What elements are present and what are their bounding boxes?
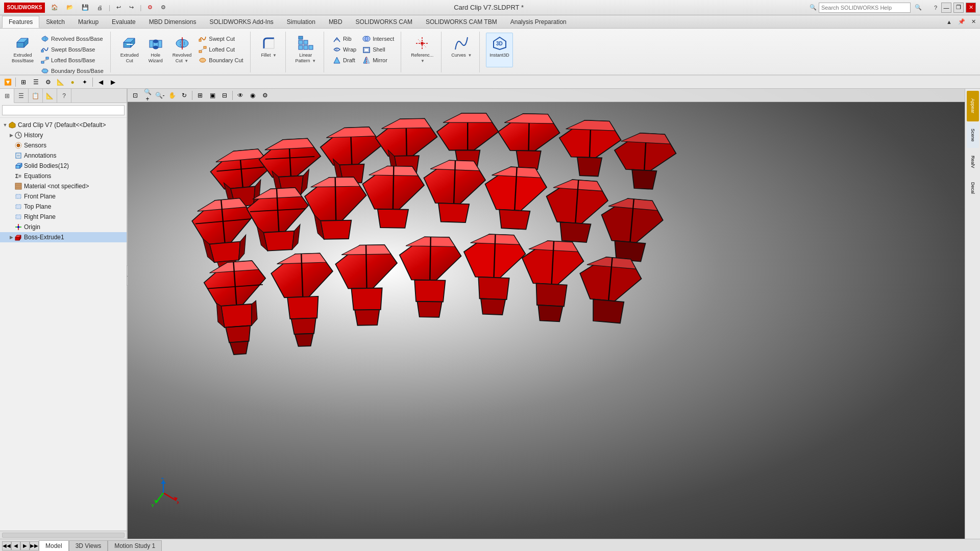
ribbon-close-btn[interactable]: ✕ (969, 17, 978, 26)
hide-show-btn[interactable]: 👁 (235, 90, 246, 101)
lofted-cut-btn[interactable]: Lofted Cut (196, 44, 246, 55)
panel-tab-property[interactable]: ☰ (14, 89, 29, 103)
ribbon-collapse-btn[interactable]: ▲ (944, 18, 954, 26)
display-style-btn[interactable]: ▣ (207, 90, 218, 101)
config-manager-btn[interactable]: ⚙ (42, 77, 54, 88)
tree-item-top-plane[interactable]: ▶ Top Plane (0, 202, 127, 212)
curves-btn[interactable]: Curves ▼ (448, 33, 475, 67)
options-btn[interactable]: ⚙ (159, 3, 168, 12)
panel-tab-feature[interactable]: ⊞ (0, 89, 14, 103)
bottom-tab-3dviews[interactable]: 3D Views (69, 540, 108, 552)
zoom-out-btn[interactable]: 🔍- (154, 90, 165, 101)
swept-cut-btn[interactable]: Swept Cut (196, 34, 246, 44)
restore-btn[interactable]: ❐ (953, 3, 964, 13)
tab-cam-tbm[interactable]: SOLIDWORKS CAM TBM (419, 16, 504, 28)
appearance-right-btn[interactable]: Appear (967, 91, 979, 121)
tab-mbd[interactable]: MBD (322, 16, 349, 28)
tree-root[interactable]: ▼ Card Clip V7 (Default<<Default> (0, 120, 127, 130)
minimize-btn[interactable]: — (941, 3, 951, 13)
tree-root-expand[interactable]: ▼ (2, 122, 8, 128)
rotate-btn[interactable]: ↻ (179, 90, 190, 101)
tab-mbd-dim[interactable]: MBD Dimensions (142, 16, 203, 28)
search-btn[interactable]: 🔍 (913, 3, 924, 12)
tree-item-material[interactable]: ▶ Material <not specified> (0, 181, 127, 191)
revolved-cut-btn[interactable]: RevolvedCut ▼ (169, 33, 195, 67)
linear-pattern-btn[interactable]: LinearPattern ▼ (292, 33, 320, 67)
tab-simulation[interactable]: Simulation (280, 16, 322, 28)
undo-btn[interactable]: ↩ (114, 3, 123, 12)
nav-next-next-btn[interactable]: ▶▶ (30, 541, 39, 550)
appearance-btn[interactable]: ● (67, 77, 78, 88)
dim-expert-btn[interactable]: 📐 (55, 77, 66, 88)
intersect-btn[interactable]: Intersect (360, 34, 397, 44)
extruded-cut-btn[interactable]: ExtrudedCut (117, 33, 142, 67)
tree-item-origin[interactable]: ▶ Origin (0, 222, 127, 232)
mirror-btn[interactable]: Mirror (360, 55, 397, 65)
expand-collapse-btn[interactable]: ◀ (95, 77, 106, 88)
rebuild-btn[interactable]: ⚙ (145, 3, 155, 12)
tree-item-equations[interactable]: ▶ Σ= Equations (0, 171, 127, 181)
revolved-boss-base-btn[interactable]: Revolved Boss/Base (38, 34, 106, 44)
print-btn[interactable]: 🖨 (95, 4, 105, 12)
shell-btn[interactable]: Shell (360, 44, 397, 55)
section-view-btn[interactable]: ⊟ (219, 90, 230, 101)
fillet-btn[interactable]: Fillet ▼ (257, 33, 281, 67)
wrap-btn[interactable]: W Wrap (330, 44, 359, 55)
expand-all-btn[interactable]: ▶ (107, 77, 118, 88)
view-orient-btn[interactable]: ⊞ (194, 90, 206, 101)
reference-btn[interactable]: Referenc...▼ (407, 33, 437, 67)
bottom-tab-motion-study[interactable]: Motion Study 1 (108, 540, 162, 552)
appearances-vp-btn[interactable]: ◉ (247, 90, 258, 101)
filter-btn[interactable]: 🔽 (2, 77, 13, 88)
redo-btn[interactable]: ↪ (127, 3, 136, 12)
new-btn[interactable]: 🏠 (49, 3, 60, 12)
pan-btn[interactable]: ✋ (166, 90, 178, 101)
scene-right-btn[interactable]: Scene (967, 122, 979, 148)
viewport[interactable]: ⊡ 🔍+ 🔍- ✋ ↻ ⊞ ▣ ⊟ 👁 ◉ ⚙ (128, 89, 980, 539)
swept-boss-base-btn[interactable]: Swept Boss/Base (38, 44, 106, 55)
tree-item-front-plane[interactable]: ▶ Front Plane (0, 191, 127, 202)
panel-tab-config[interactable]: 📋 (29, 89, 43, 103)
tab-analysis[interactable]: Analysis Preparation (504, 16, 573, 28)
ribbon-pin-btn[interactable]: 📌 (956, 17, 967, 26)
feature-manager-btn[interactable]: ⊞ (18, 77, 29, 88)
tab-sketch[interactable]: Sketch (39, 16, 71, 28)
instant3d-btn[interactable]: 3D Instant3D (486, 33, 513, 67)
nav-prev-btn[interactable]: ◀ (11, 541, 20, 550)
decals-right-btn[interactable]: Decal (967, 176, 979, 201)
left-scroll-track[interactable] (2, 533, 125, 538)
rib-btn[interactable]: Rib (330, 34, 359, 44)
boundary-boss-base-btn[interactable]: Boundary Boss/Base (38, 66, 106, 76)
property-manager-btn[interactable]: ☰ (30, 77, 41, 88)
hole-wizard-btn[interactable]: HoleWizard (143, 33, 168, 67)
tree-search-input[interactable] (2, 105, 125, 115)
tree-item-annotations[interactable]: ▶ Annotations (0, 151, 127, 161)
zoom-in-btn[interactable]: 🔍+ (142, 90, 153, 101)
tree-item-history[interactable]: ▶ History (0, 130, 127, 140)
panel-tab-display[interactable]: ? (57, 89, 71, 103)
close-btn[interactable]: ✕ (966, 3, 976, 13)
tree-history-expand[interactable]: ▶ (8, 132, 14, 138)
nav-prev-prev-btn[interactable]: ◀◀ (2, 541, 11, 550)
draft-btn[interactable]: Draft (330, 55, 359, 65)
tab-evaluate[interactable]: Evaluate (105, 16, 142, 28)
save-btn[interactable]: 💾 (80, 3, 91, 12)
view-settings-btn[interactable]: ⚙ (259, 90, 271, 101)
lofted-boss-base-btn[interactable]: Lofted Boss/Base (38, 55, 106, 65)
tab-cam[interactable]: SOLIDWORKS CAM (349, 16, 419, 28)
zoom-fit-btn[interactable]: ⊡ (130, 90, 141, 101)
panel-tab-dim[interactable]: 📐 (43, 89, 57, 103)
tab-markup[interactable]: Markup (71, 16, 105, 28)
tab-features[interactable]: Features (2, 16, 39, 28)
boundary-cut-btn[interactable]: Boundary Cut (196, 55, 246, 65)
bottom-tab-model[interactable]: Model (39, 540, 69, 552)
extruded-boss-base-btn[interactable]: ExtrudedBoss/Base (8, 33, 37, 67)
realview-right-btn[interactable]: RealV (967, 149, 979, 174)
tree-boss-extrude1-expand[interactable]: ▶ (8, 234, 14, 240)
tree-item-right-plane[interactable]: ▶ Right Plane (0, 212, 127, 222)
tree-item-solidbodies[interactable]: ▶ Solid Bodies(12) (0, 161, 127, 171)
open-btn[interactable]: 📂 (64, 3, 76, 12)
scene-btn[interactable]: ✦ (79, 77, 90, 88)
tree-item-boss-extrude1[interactable]: ▶ Boss-Extrude1 (0, 232, 127, 242)
tab-addins[interactable]: SOLIDWORKS Add-Ins (203, 16, 280, 28)
